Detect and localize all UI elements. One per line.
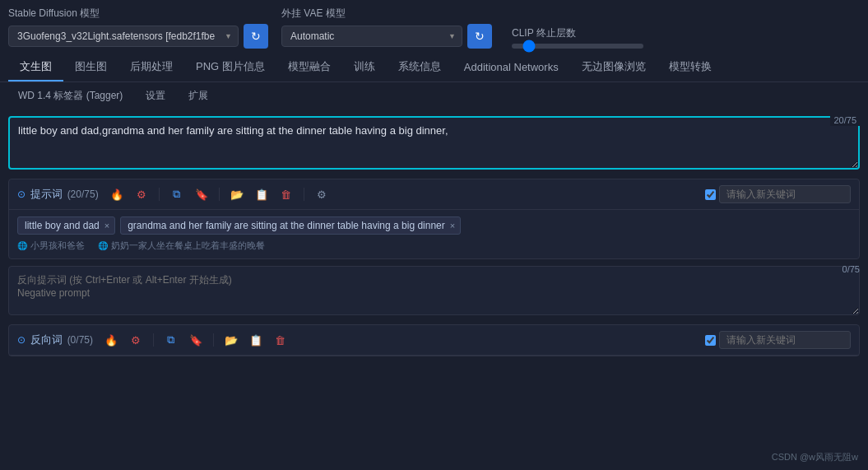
negative-copy-button[interactable]: ⧉ xyxy=(161,330,181,350)
sd-model-select-wrapper: 3Guofeng3_v32Light.safetensors [fedb2f1f… xyxy=(8,26,239,47)
negative-prompt-area: 0/75 xyxy=(8,266,860,318)
negative-gear-red-button[interactable]: ⚙ xyxy=(126,330,146,350)
positive-paste-button[interactable]: 📋 xyxy=(252,184,272,204)
translation-1: 🌐 小男孩和爸爸 xyxy=(17,240,85,252)
positive-fire-button[interactable]: 🔥 xyxy=(107,184,127,204)
negative-paste-button[interactable]: 📋 xyxy=(246,330,266,350)
tab-train[interactable]: 训练 xyxy=(342,54,387,81)
tab-infinite-browse[interactable]: 无边图像浏览 xyxy=(570,54,657,81)
negative-keywords-section: ⊙ 反向词 (0/75) 🔥 ⚙ ⧉ 🔖 📂 📋 🗑 xyxy=(8,324,860,356)
clip-group: CLIP 终止层数 xyxy=(512,26,643,49)
translation-2: 🌐 奶奶一家人坐在餐桌上吃着丰盛的晚餐 xyxy=(98,240,265,252)
tab-img2img[interactable]: 图生图 xyxy=(63,54,118,81)
negative-title-text: 反向词 xyxy=(30,333,63,346)
tab-sysinfo[interactable]: 系统信息 xyxy=(387,54,453,81)
sd-model-select[interactable]: 3Guofeng3_v32Light.safetensors [fedb2f1f… xyxy=(8,26,239,47)
vae-model-row: Automatic ↻ xyxy=(281,24,492,49)
sd-model-row: 3Guofeng3_v32Light.safetensors [fedb2f1f… xyxy=(8,24,268,49)
sub-tab-settings[interactable]: 设置 xyxy=(136,86,175,106)
negative-folder-button[interactable]: 📂 xyxy=(221,330,241,350)
positive-new-keyword-input[interactable] xyxy=(719,185,851,203)
positive-delete-button[interactable]: 🗑 xyxy=(276,184,296,204)
clip-slider[interactable] xyxy=(512,44,643,49)
positive-folder-button[interactable]: 📂 xyxy=(227,184,247,204)
positive-keywords-section: ⊙ 提示词 (20/75) 🔥 ⚙ ⧉ 🔖 📂 📋 🗑 ⚙ xyxy=(8,179,860,259)
vae-model-select[interactable]: Automatic xyxy=(281,26,462,47)
tab-additional-networks[interactable]: Additional Networks xyxy=(453,55,570,81)
tag-grandma: grandma and her family are sitting at th… xyxy=(120,216,461,235)
positive-settings-button[interactable]: ⚙ xyxy=(312,184,332,204)
positive-gear-red-button[interactable]: ⚙ xyxy=(132,184,151,204)
main-content: 20/75 little boy and dad,grandma and her… xyxy=(0,109,868,370)
tag-text-2: grandma and her family are sitting at th… xyxy=(128,220,445,231)
positive-tags-row: little boy and dad × grandma and her fam… xyxy=(9,210,859,238)
negative-counter: 0/75 xyxy=(842,264,860,274)
sd-model-refresh-button[interactable]: ↻ xyxy=(244,24,268,49)
tab-merge[interactable]: 模型融合 xyxy=(276,54,342,81)
trans-icon-1: 🌐 xyxy=(17,241,27,250)
vae-model-select-wrapper: Automatic xyxy=(281,26,462,47)
main-tabs-row: 文生图 图生图 后期处理 PNG 图片信息 模型融合 训练 系统信息 Addit… xyxy=(0,54,868,82)
negative-fire-button[interactable]: 🔥 xyxy=(101,330,121,350)
positive-checkbox-row xyxy=(705,185,851,203)
negative-count-text: (0/75) xyxy=(67,334,93,346)
tag-close-2[interactable]: × xyxy=(450,221,455,230)
positive-expand-icon[interactable]: ⊙ xyxy=(17,188,26,200)
neg-toolbar-sep-2 xyxy=(213,333,214,347)
tab-postprocess[interactable]: 后期处理 xyxy=(118,54,184,81)
positive-title-text: 提示词 xyxy=(30,188,63,200)
neg-toolbar-sep-1 xyxy=(153,333,154,347)
translation-text-2: 奶奶一家人坐在餐桌上吃着丰盛的晚餐 xyxy=(111,240,265,252)
tag-text-1: little boy and dad xyxy=(25,220,100,231)
clip-label: CLIP 终止层数 xyxy=(512,26,643,40)
sub-tabs-row: WD 1.4 标签器 (Tagger) 设置 扩展 xyxy=(0,82,868,109)
negative-delete-button[interactable]: 🗑 xyxy=(271,330,290,350)
positive-copy-button[interactable]: ⧉ xyxy=(167,184,187,204)
top-bar: Stable Diffusion 模型 3Guofeng3_v32Light.s… xyxy=(0,0,868,54)
sd-model-group: Stable Diffusion 模型 3Guofeng3_v32Light.s… xyxy=(8,7,268,49)
positive-checkbox[interactable] xyxy=(705,189,716,200)
positive-keywords-header: ⊙ 提示词 (20/75) 🔥 ⚙ ⧉ 🔖 📂 📋 🗑 ⚙ xyxy=(9,179,859,210)
sub-tab-extensions[interactable]: 扩展 xyxy=(179,86,218,106)
positive-count-text: (20/75) xyxy=(67,188,99,200)
vae-model-label: 外挂 VAE 模型 xyxy=(281,7,492,21)
watermark: CSDN @w风雨无阻w xyxy=(772,451,858,463)
negative-prompt-textarea[interactable] xyxy=(8,266,860,315)
positive-prompt-textarea[interactable]: little boy and dad,grandma and her famil… xyxy=(8,116,860,170)
trans-icon-2: 🌐 xyxy=(98,241,108,250)
negative-keywords-title: 反向词 (0/75) xyxy=(30,333,93,347)
negative-bookmark-button[interactable]: 🔖 xyxy=(186,330,206,350)
tab-model-convert[interactable]: 模型转换 xyxy=(657,54,723,81)
translations-row: 🌐 小男孩和爸爸 🌐 奶奶一家人坐在餐桌上吃着丰盛的晚餐 xyxy=(9,238,859,258)
sub-tab-tagger[interactable]: WD 1.4 标签器 (Tagger) xyxy=(8,86,132,106)
vae-model-group: 外挂 VAE 模型 Automatic ↻ xyxy=(281,7,492,49)
tag-close-1[interactable]: × xyxy=(104,221,109,230)
tab-txt2img[interactable]: 文生图 xyxy=(8,54,63,81)
negative-checkbox[interactable] xyxy=(705,335,716,346)
negative-expand-icon[interactable]: ⊙ xyxy=(17,334,26,346)
positive-bookmark-button[interactable]: 🔖 xyxy=(192,184,211,204)
tag-little-boy-and-dad: little boy and dad × xyxy=(17,216,115,235)
negative-checkbox-row xyxy=(705,331,851,349)
negative-keywords-header: ⊙ 反向词 (0/75) 🔥 ⚙ ⧉ 🔖 📂 📋 🗑 xyxy=(9,325,859,356)
positive-prompt-area: 20/75 little boy and dad,grandma and her… xyxy=(8,116,860,172)
positive-keywords-title: 提示词 (20/75) xyxy=(30,187,99,202)
sd-model-label: Stable Diffusion 模型 xyxy=(8,7,268,21)
toolbar-sep-1 xyxy=(159,188,160,201)
positive-counter: 20/75 xyxy=(830,114,860,126)
translation-text-1: 小男孩和爸爸 xyxy=(30,240,85,252)
tab-pnginfo[interactable]: PNG 图片信息 xyxy=(184,54,276,81)
vae-model-refresh-button[interactable]: ↻ xyxy=(467,24,492,49)
toolbar-sep-3 xyxy=(304,188,304,201)
negative-new-keyword-input[interactable] xyxy=(719,331,851,349)
toolbar-sep-2 xyxy=(219,188,220,201)
